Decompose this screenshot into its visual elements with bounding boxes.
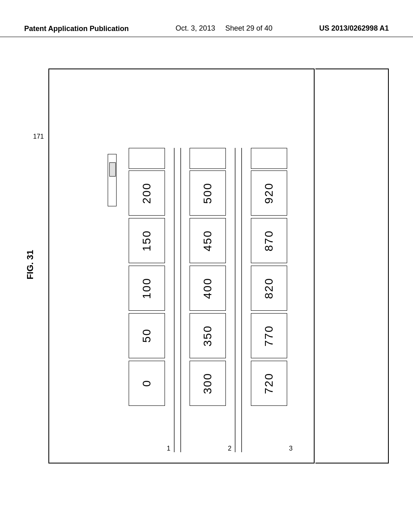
col-2-label: 2	[228, 445, 235, 452]
col-1-val-200: 200	[129, 170, 165, 216]
col-1-val-100: 100	[129, 266, 165, 311]
sheet-info: Sheet 29 of 40	[225, 24, 272, 32]
publication-title: Patent Application Publication	[24, 24, 129, 33]
col-separator-2-3	[235, 148, 242, 452]
column-3: 920 870 820 770 720 3	[242, 148, 296, 452]
col-3-val-720: 720	[251, 361, 287, 406]
col-3-label: 3	[289, 445, 296, 452]
col-2-items: 500 450 400 350 300	[190, 148, 226, 444]
right-region	[315, 69, 389, 463]
indicator-label-171: 171	[33, 133, 44, 140]
col-2-val-400: 400	[190, 266, 226, 311]
patent-number: US 2013/0262998 A1	[319, 24, 389, 33]
col-3-val-770: 770	[251, 313, 287, 358]
header-date-sheet: Oct. 3, 2013 Sheet 29 of 40	[175, 24, 272, 33]
col-3-val-870: 870	[251, 218, 287, 263]
col-2-val-300: 300	[190, 361, 226, 406]
col-3-items: 920 870 820 770 720	[251, 148, 287, 444]
col-2-val-450: 450	[190, 218, 226, 263]
col-1-top-box	[129, 148, 165, 169]
col-1-val-0: 0	[129, 361, 165, 406]
column-2: 500 450 400 350 300 2	[181, 148, 235, 452]
col-2-val-350: 350	[190, 313, 226, 358]
col-2-val-500: 500	[190, 170, 226, 216]
col-2-top-box	[190, 148, 226, 169]
scroll-thumb	[109, 162, 116, 177]
column-1: 200 150 100 50 0 1	[120, 148, 174, 452]
col-separator-1-2	[174, 148, 181, 452]
figure-label: FIG. 31	[25, 250, 35, 279]
col-1-val-50: 50	[129, 313, 165, 358]
col-3-top-box	[251, 148, 287, 169]
main-diagram: 200 150 100 50 0 1	[48, 69, 315, 463]
col-1-val-150: 150	[129, 218, 165, 263]
col-1-label: 1	[167, 445, 174, 452]
scroll-indicator	[108, 154, 117, 206]
col-3-val-820: 820	[251, 266, 287, 311]
publication-date: Oct. 3, 2013	[175, 24, 215, 32]
col-1-items: 200 150 100 50 0	[129, 148, 165, 444]
page-header: Patent Application Publication Oct. 3, 2…	[0, 24, 413, 37]
col-3-val-920: 920	[251, 170, 287, 216]
